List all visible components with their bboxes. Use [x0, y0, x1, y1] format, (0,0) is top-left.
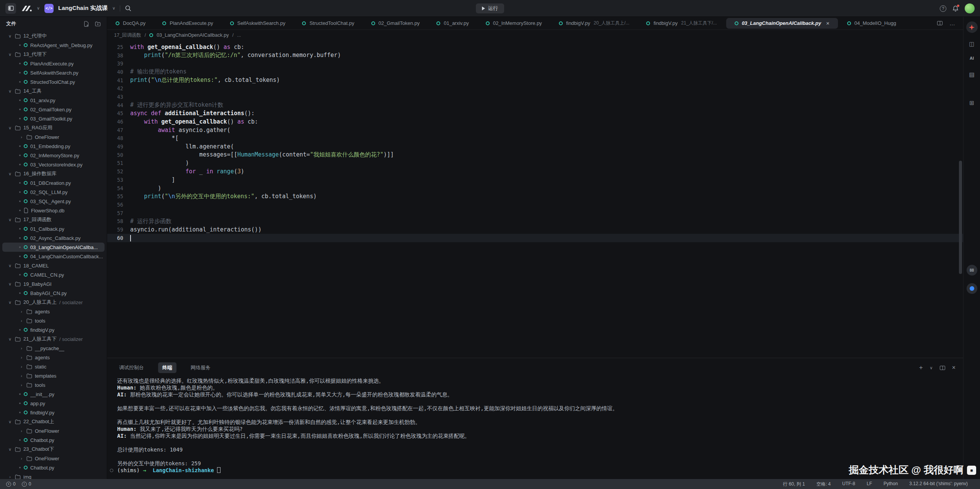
tree-file-Chatbot.py[interactable]: Chatbot.py [2, 435, 105, 445]
terminal-output[interactable]: 还有玫瑰也是很经典的选择。红玫瑰热情似火,粉玫瑰温柔甜美,白玫瑰纯洁高雅,你可以… [107, 377, 963, 479]
ai-chat-icon[interactable] [966, 21, 978, 33]
tree-folder-14_工具[interactable]: ∨14_工具 [2, 86, 105, 96]
tab-03_LangChainOpenAICallback.py[interactable]: 03_LangChainOpenAICallback.py× [726, 18, 838, 29]
tree-folder-16_操作数据库[interactable]: ∨16_操作数据库 [2, 169, 105, 178]
tree-file-02_SQL_LLM.py[interactable]: 02_SQL_LLM.py [2, 187, 105, 197]
split-terminal-icon[interactable] [940, 366, 945, 370]
tree-file-ReActAgent_with_Debug.py[interactable]: ReActAgent_with_Debug.py [2, 41, 105, 50]
tree-folder-templates[interactable]: ›templates [2, 371, 105, 380]
tree-file-03_SQL_Agent.py[interactable]: 03_SQL_Agent.py [2, 197, 105, 206]
project-title[interactable]: LangChain 实战课 [58, 5, 108, 12]
new-file-icon[interactable] [84, 21, 89, 27]
help-icon[interactable]: ? [940, 5, 946, 12]
tree-folder-OneFlower[interactable]: ›OneFlower [2, 132, 105, 142]
close-panel-icon[interactable]: × [952, 364, 956, 371]
panel-tab-调试控制台[interactable]: 调试控制台 [115, 362, 148, 373]
tree-folder-19_BabyAGI[interactable]: ∨19_BabyAGI [2, 279, 105, 289]
tab-findbigV.py[interactable]: findbigV.py21_人脉工具下/... [638, 17, 725, 29]
close-icon[interactable]: × [826, 20, 830, 26]
tree-file-03_GmailToolkit.py[interactable]: 03_GmailToolkit.py [2, 114, 105, 123]
tree-file-02_InMemoryStore.py[interactable]: 02_InMemoryStore.py [2, 151, 105, 160]
tab-04_ModelIO_Huggin[interactable]: 04_ModelIO_Huggin [839, 17, 896, 29]
breadcrumb-symbol[interactable]: ... [237, 33, 241, 38]
new-terminal-icon[interactable]: + [919, 364, 923, 372]
tree-file-04_LangChainCustomCallback...[interactable]: 04_LangChainCustomCallback... [2, 252, 105, 261]
statusbar-item[interactable]: UTF-8 [842, 481, 855, 487]
panel-tab-网络服务[interactable]: 网络服务 [186, 362, 215, 373]
breadcrumb-file[interactable]: 03_LangChainOpenAICallback.py [157, 33, 229, 38]
tree-folder-tools[interactable]: ›tools [2, 316, 105, 325]
tree-file-01_DBCreation.py[interactable]: 01_DBCreation.py [2, 178, 105, 187]
tree-folder-18_CAMEL[interactable]: ∨18_CAMEL [2, 261, 105, 270]
user-avatar[interactable] [965, 3, 975, 13]
tree-folder-agents[interactable]: ›agents [2, 307, 105, 316]
tree-folder-23_Chatbot下[interactable]: ∨23_Chatbot下 [2, 445, 105, 454]
new-folder-icon[interactable] [95, 21, 101, 26]
code-editor[interactable]: 25with get_openai_callback() as cb:38 pr… [107, 41, 963, 358]
tree-file-SelfAskwithSearch.py[interactable]: SelfAskwithSearch.py [2, 68, 105, 77]
run-button[interactable]: 运行 [476, 3, 504, 13]
tree-folder-img[interactable]: ›img [2, 472, 105, 479]
tree-folder-13_代理下[interactable]: ∨13_代理下 [2, 50, 105, 59]
tree-file-PlanAndExecute.py[interactable]: PlanAndExecute.py [2, 59, 105, 68]
tree-file-FlowerShop.db[interactable]: FlowerShop.db [2, 206, 105, 215]
tab-StructedToolChat.py[interactable]: StructedToolChat.py [294, 17, 363, 29]
chevron-down-icon[interactable]: ∨ [37, 6, 40, 11]
statusbar-item[interactable]: 空格: 4 [817, 481, 831, 487]
tab-02_InMemoryStore.py[interactable]: 02_InMemoryStore.py [477, 17, 550, 29]
tab-PlanAndExecute.py[interactable]: PlanAndExecute.py [154, 17, 221, 29]
breadcrumb-folder[interactable]: 17_回调函数 [114, 32, 141, 39]
tree-file-01_Embedding.py[interactable]: 01_Embedding.py [2, 142, 105, 151]
tree-file-02_GmailToken.py[interactable]: 02_GmailToken.py [2, 105, 105, 114]
tree-folder-tools[interactable]: ›tools [2, 380, 105, 390]
terminal-dropdown-icon[interactable]: ∨ [930, 365, 933, 370]
chevron-down-icon[interactable]: ∨ [112, 6, 115, 11]
panel-tab-终端[interactable]: 终端 [158, 362, 176, 373]
statusbar-item[interactable]: 3.12.2 64-bit ('shims': pyenv) [909, 481, 968, 487]
search-icon[interactable] [125, 5, 131, 11]
tree-folder-static[interactable]: ›static [2, 362, 105, 371]
tree-folder-OneFlower[interactable]: ›OneFlower [2, 426, 105, 435]
editor-scrollbar[interactable] [959, 161, 962, 274]
tab-DocQA.py[interactable]: DocQA.py [107, 17, 154, 29]
tree-file-app.py[interactable]: app.py [2, 399, 105, 408]
tree-file-01_Callback.py[interactable]: 01_Callback.py [2, 224, 105, 233]
tree-folder-15_RAG应用[interactable]: ∨15_RAG应用 [2, 123, 105, 132]
tree-file-BabyAGI_CN.py[interactable]: BabyAGI_CN.py [2, 289, 105, 298]
plugin-badge-88[interactable]: 88 [967, 265, 977, 275]
tree-folder-22_Chatbot上[interactable]: ∨22_Chatbot上 [2, 417, 105, 426]
statusbar-item[interactable]: Python [884, 481, 898, 487]
statusbar-item[interactable]: 行 60, 列 1 [783, 481, 805, 487]
tree-file-findbigV.py[interactable]: findbigV.py [2, 325, 105, 334]
more-actions-icon[interactable]: … [949, 20, 956, 26]
tab-02_GmailToken.py[interactable]: 02_GmailToken.py [363, 17, 428, 29]
tree-file-__init__.py[interactable]: __init__.py [2, 390, 105, 399]
plugin-badge-blue[interactable] [967, 283, 977, 294]
notifications-bell-icon[interactable] [952, 5, 959, 12]
problems-errors[interactable]: × 0 [6, 481, 16, 487]
problems-warnings[interactable]: ! 0 [22, 481, 31, 487]
docs-icon[interactable]: ▤ [969, 71, 974, 78]
ai-assistant-icon[interactable]: AI [970, 56, 974, 60]
tree-file-CAMEL_CN.py[interactable]: CAMEL_CN.py [2, 270, 105, 279]
tree-folder-__pycache__[interactable]: ›__pycache__ [2, 344, 105, 353]
tree-folder-12_代理中[interactable]: ∨12_代理中 [2, 31, 105, 41]
statusbar-item[interactable]: LF [867, 481, 872, 487]
split-editor-icon[interactable] [937, 21, 942, 25]
tree-file-02_Async_Callback.py[interactable]: 02_Async_Callback.py [2, 233, 105, 243]
sidebar-toggle-button[interactable] [5, 3, 16, 14]
extensions-icon[interactable]: ⊞ [969, 99, 974, 106]
tree-folder-agents[interactable]: ›agents [2, 353, 105, 362]
layout-icon[interactable]: ◫ [969, 41, 974, 47]
tree-file-01_arxiv.py[interactable]: 01_arxiv.py [2, 96, 105, 105]
tree-file-StructedToolChat.py[interactable]: StructedToolChat.py [2, 77, 105, 86]
tree-folder-17_回调函数[interactable]: ∨17_回调函数 [2, 215, 105, 224]
tree-file-Chatbot.py[interactable]: Chatbot.py [2, 463, 105, 472]
tree-folder-21_人脉工具下[interactable]: ∨21_人脉工具下 / socializer [2, 334, 105, 344]
tab-findbigV.py[interactable]: findbigV.py20_人脉工具上/... [550, 17, 638, 29]
tree-folder-20_人脉工具上[interactable]: ∨20_人脉工具上 / socializer [2, 298, 105, 307]
tree-file-03_VectorstoreIndex.py[interactable]: 03_VectorstoreIndex.py [2, 160, 105, 169]
tree-folder-OneFlower[interactable]: ›OneFlower [2, 454, 105, 463]
tab-01_arxiv.py[interactable]: 01_arxiv.py [428, 17, 477, 29]
tree-file-03_LangChainOpenAICallba...[interactable]: 03_LangChainOpenAICallba... [2, 243, 105, 252]
